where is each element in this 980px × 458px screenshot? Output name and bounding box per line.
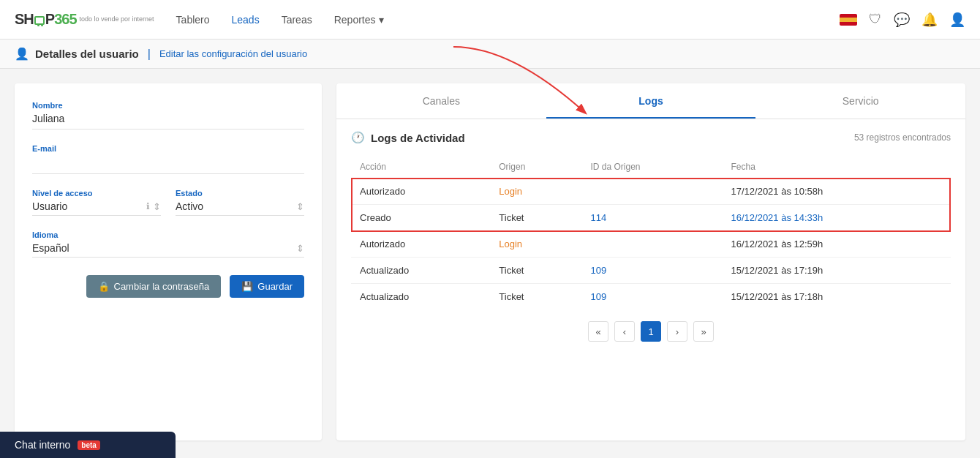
estado-value: Activo (176, 200, 296, 212)
col-accion: Acción (351, 156, 490, 179)
cell-id-4: 109 (582, 284, 723, 310)
chevron-down-icon: ▾ (379, 14, 384, 26)
cell-accion-2: Autorizado (351, 231, 490, 258)
cell-origen-3: Ticket (490, 258, 581, 284)
cell-fecha-3: 15/12/2021 às 17:19h (723, 258, 951, 284)
email-label: E-mail (32, 144, 304, 153)
nivel-help-icon: ℹ (146, 201, 150, 211)
breadcrumb: 👤 Detalles del usuario | Editar las conf… (0, 40, 980, 69)
cell-origen-0: Login (490, 179, 581, 205)
idioma-field-group: Idioma Español ⇕ (32, 230, 304, 258)
pagination: « ‹ 1 › » (351, 309, 951, 353)
nav-reportes[interactable]: Reportes ▾ (334, 11, 384, 29)
estado-field-group: Estado Activo ⇕ (176, 189, 304, 216)
shield-icon[interactable]: 🛡 (869, 12, 882, 27)
cell-id-0 (582, 179, 723, 205)
cell-fecha-2: 16/12/2021 às 12:59h (723, 231, 951, 258)
flag-spain-icon[interactable] (840, 14, 857, 26)
pagination-prev[interactable]: ‹ (614, 321, 635, 342)
cell-id-3: 109 (582, 258, 723, 284)
cell-accion-4: Actualizado (351, 284, 490, 310)
cell-id-2 (582, 231, 723, 258)
save-icon: 💾 (241, 281, 253, 292)
cell-fecha-4: 15/12/2021 às 17:18h (723, 284, 951, 310)
nivel-field-group: Nivel de acceso Usuario ℹ ⇕ (32, 189, 161, 216)
email-field-group: E-mail (32, 144, 304, 174)
cell-accion-3: Actualizado (351, 258, 490, 284)
breadcrumb-separator: | (148, 48, 151, 61)
idioma-select-icon[interactable]: ⇕ (296, 243, 304, 254)
nivel-estado-row: Nivel de acceso Usuario ℹ ⇕ Estado Activ… (32, 189, 304, 230)
logs-count: 53 registros encontrados (854, 132, 951, 143)
tab-logs[interactable]: Logs (546, 83, 756, 119)
user-icon[interactable]: 👤 (949, 12, 965, 28)
idioma-label: Idioma (32, 230, 304, 239)
email-input[interactable] (32, 156, 304, 174)
nivel-value: Usuario (32, 200, 146, 212)
nivel-select-icon[interactable]: ⇕ (153, 201, 161, 212)
table-header: Acción Origen ID da Origen Fecha (351, 156, 951, 179)
top-navigation: SH P365 todo lo vende por internet Table… (0, 0, 980, 40)
bell-icon[interactable]: 🔔 (921, 12, 938, 28)
logo-tagline: todo lo vende por internet (80, 16, 154, 23)
table-row: Autorizado Login 16/12/2021 às 12:59h (351, 231, 951, 258)
main-content: Nombre Juliana E-mail Nivel de acceso Us… (0, 69, 980, 455)
col-fecha: Fecha (723, 156, 951, 179)
page-title: Detalles del usuario (35, 48, 139, 60)
lock-icon: 🔒 (98, 281, 110, 292)
cell-accion-0: Autorizado (351, 179, 490, 205)
cell-fecha-0: 17/12/2021 às 10:58h (723, 179, 951, 205)
nav-links: Tablero Leads Tareas Reportes ▾ (176, 11, 840, 29)
estado-label: Estado (176, 189, 304, 198)
breadcrumb-link[interactable]: Editar las configuración del usuario (159, 48, 307, 59)
chat-icon[interactable]: 💬 (894, 12, 910, 28)
user-breadcrumb-icon: 👤 (15, 47, 29, 61)
chat-label: Chat interno (15, 439, 70, 451)
logo[interactable]: SH P365 todo lo vende por internet (15, 11, 154, 28)
logs-title: 🕐 Logs de Actividad (351, 131, 465, 144)
table-body: Autorizado Login 17/12/2021 às 10:58h Cr… (351, 179, 951, 310)
form-buttons: 🔒 Cambiar la contraseña 💾 Guardar (32, 275, 304, 298)
nivel-label: Nivel de acceso (32, 189, 161, 198)
cell-origen-4: Ticket (490, 284, 581, 310)
table-row: Actualizado Ticket 109 15/12/2021 às 17:… (351, 284, 951, 310)
tab-canales[interactable]: Canales (336, 83, 546, 119)
pagination-first[interactable]: « (588, 321, 608, 342)
logs-table: Acción Origen ID da Origen Fecha Autoriz… (351, 156, 951, 309)
save-button[interactable]: 💾 Guardar (230, 275, 304, 298)
nav-leads[interactable]: Leads (232, 11, 260, 29)
estado-select-icon[interactable]: ⇕ (296, 201, 304, 212)
cell-fecha-1: 16/12/2021 às 14:33h (723, 205, 951, 231)
table-row: Autorizado Login 17/12/2021 às 10:58h (351, 179, 951, 205)
nombre-value: Juliana (32, 113, 304, 129)
table-row: Actualizado Ticket 109 15/12/2021 às 17:… (351, 258, 951, 284)
nombre-label: Nombre (32, 101, 304, 110)
col-origen: Origen (490, 156, 581, 179)
nav-tablero[interactable]: Tablero (176, 11, 210, 29)
beta-badge: beta (78, 440, 100, 450)
cell-origen-2: Login (490, 231, 581, 258)
nav-tareas[interactable]: Tareas (282, 11, 312, 29)
pagination-last[interactable]: » (693, 321, 714, 342)
logs-section: 🕐 Logs de Actividad 53 registros encontr… (336, 119, 965, 365)
cell-id-1: 114 (582, 205, 723, 231)
tabs-bar: Canales Logs Servicio (336, 83, 965, 119)
cell-accion-1: Creado (351, 205, 490, 231)
nav-right: 🛡 💬 🔔 👤 (840, 12, 965, 28)
user-form-panel: Nombre Juliana E-mail Nivel de acceso Us… (15, 83, 322, 440)
table-row: Creado Ticket 114 16/12/2021 às 14:33h (351, 205, 951, 231)
idioma-value: Español (32, 242, 296, 254)
logs-panel: Canales Logs Servicio 🕐 Logs de Activida… (336, 83, 965, 440)
tab-servicio[interactable]: Servicio (755, 83, 965, 119)
chat-bar[interactable]: Chat interno beta (0, 432, 176, 455)
change-password-button[interactable]: 🔒 Cambiar la contraseña (86, 275, 222, 298)
pagination-current[interactable]: 1 (641, 321, 661, 342)
cell-origen-1: Ticket (490, 205, 581, 231)
logs-header: 🕐 Logs de Actividad 53 registros encontr… (351, 131, 951, 144)
nombre-field-group: Nombre Juliana (32, 101, 304, 129)
clock-icon: 🕐 (351, 131, 365, 144)
col-id-origen: ID da Origen (582, 156, 723, 179)
pagination-next[interactable]: › (667, 321, 687, 342)
